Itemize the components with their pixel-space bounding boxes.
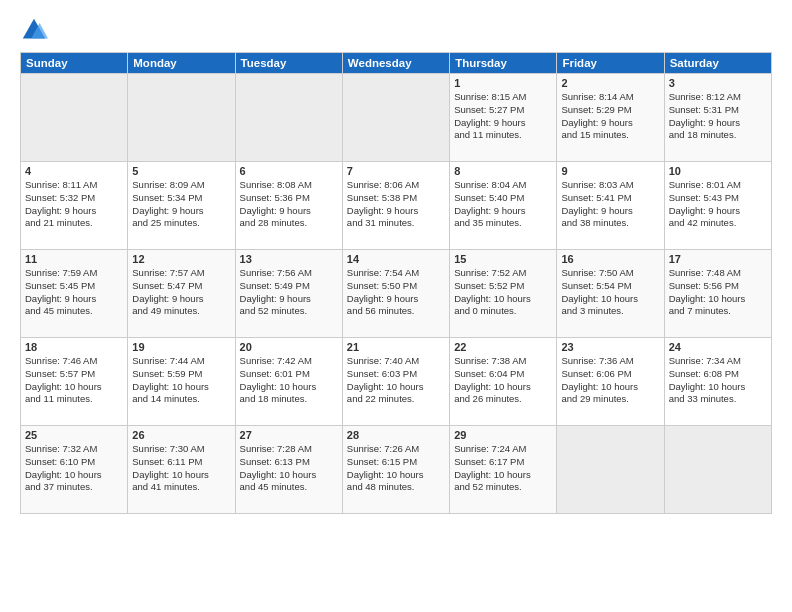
calendar-cell: 18Sunrise: 7:46 AM Sunset: 5:57 PM Dayli… bbox=[21, 338, 128, 426]
day-number: 1 bbox=[454, 77, 552, 89]
day-info: Sunrise: 8:04 AM Sunset: 5:40 PM Dayligh… bbox=[454, 179, 552, 230]
calendar-cell: 10Sunrise: 8:01 AM Sunset: 5:43 PM Dayli… bbox=[664, 162, 771, 250]
calendar-cell: 24Sunrise: 7:34 AM Sunset: 6:08 PM Dayli… bbox=[664, 338, 771, 426]
calendar-week-row: 4Sunrise: 8:11 AM Sunset: 5:32 PM Daylig… bbox=[21, 162, 772, 250]
logo-icon bbox=[20, 16, 48, 44]
day-info: Sunrise: 7:46 AM Sunset: 5:57 PM Dayligh… bbox=[25, 355, 123, 406]
calendar-cell: 17Sunrise: 7:48 AM Sunset: 5:56 PM Dayli… bbox=[664, 250, 771, 338]
day-info: Sunrise: 7:42 AM Sunset: 6:01 PM Dayligh… bbox=[240, 355, 338, 406]
calendar-cell: 16Sunrise: 7:50 AM Sunset: 5:54 PM Dayli… bbox=[557, 250, 664, 338]
col-header-saturday: Saturday bbox=[664, 53, 771, 74]
day-info: Sunrise: 8:09 AM Sunset: 5:34 PM Dayligh… bbox=[132, 179, 230, 230]
calendar-cell bbox=[664, 426, 771, 514]
calendar-cell: 22Sunrise: 7:38 AM Sunset: 6:04 PM Dayli… bbox=[450, 338, 557, 426]
col-header-friday: Friday bbox=[557, 53, 664, 74]
day-info: Sunrise: 7:38 AM Sunset: 6:04 PM Dayligh… bbox=[454, 355, 552, 406]
day-info: Sunrise: 8:08 AM Sunset: 5:36 PM Dayligh… bbox=[240, 179, 338, 230]
day-number: 17 bbox=[669, 253, 767, 265]
day-number: 25 bbox=[25, 429, 123, 441]
calendar-cell: 9Sunrise: 8:03 AM Sunset: 5:41 PM Daylig… bbox=[557, 162, 664, 250]
day-number: 16 bbox=[561, 253, 659, 265]
calendar-cell bbox=[342, 74, 449, 162]
col-header-tuesday: Tuesday bbox=[235, 53, 342, 74]
header bbox=[20, 16, 772, 44]
calendar-cell: 23Sunrise: 7:36 AM Sunset: 6:06 PM Dayli… bbox=[557, 338, 664, 426]
calendar-cell: 27Sunrise: 7:28 AM Sunset: 6:13 PM Dayli… bbox=[235, 426, 342, 514]
day-info: Sunrise: 8:15 AM Sunset: 5:27 PM Dayligh… bbox=[454, 91, 552, 142]
col-header-monday: Monday bbox=[128, 53, 235, 74]
day-number: 14 bbox=[347, 253, 445, 265]
calendar-cell bbox=[21, 74, 128, 162]
day-info: Sunrise: 7:40 AM Sunset: 6:03 PM Dayligh… bbox=[347, 355, 445, 406]
day-number: 27 bbox=[240, 429, 338, 441]
day-info: Sunrise: 8:03 AM Sunset: 5:41 PM Dayligh… bbox=[561, 179, 659, 230]
day-info: Sunrise: 7:54 AM Sunset: 5:50 PM Dayligh… bbox=[347, 267, 445, 318]
day-info: Sunrise: 7:52 AM Sunset: 5:52 PM Dayligh… bbox=[454, 267, 552, 318]
day-info: Sunrise: 8:14 AM Sunset: 5:29 PM Dayligh… bbox=[561, 91, 659, 142]
calendar-week-row: 11Sunrise: 7:59 AM Sunset: 5:45 PM Dayli… bbox=[21, 250, 772, 338]
day-number: 6 bbox=[240, 165, 338, 177]
calendar-cell: 21Sunrise: 7:40 AM Sunset: 6:03 PM Dayli… bbox=[342, 338, 449, 426]
calendar-cell: 29Sunrise: 7:24 AM Sunset: 6:17 PM Dayli… bbox=[450, 426, 557, 514]
day-info: Sunrise: 7:28 AM Sunset: 6:13 PM Dayligh… bbox=[240, 443, 338, 494]
day-number: 22 bbox=[454, 341, 552, 353]
page: SundayMondayTuesdayWednesdayThursdayFrid… bbox=[0, 0, 792, 524]
calendar-cell: 20Sunrise: 7:42 AM Sunset: 6:01 PM Dayli… bbox=[235, 338, 342, 426]
day-info: Sunrise: 7:56 AM Sunset: 5:49 PM Dayligh… bbox=[240, 267, 338, 318]
day-number: 12 bbox=[132, 253, 230, 265]
day-info: Sunrise: 8:06 AM Sunset: 5:38 PM Dayligh… bbox=[347, 179, 445, 230]
calendar-cell: 26Sunrise: 7:30 AM Sunset: 6:11 PM Dayli… bbox=[128, 426, 235, 514]
day-info: Sunrise: 7:48 AM Sunset: 5:56 PM Dayligh… bbox=[669, 267, 767, 318]
day-info: Sunrise: 8:01 AM Sunset: 5:43 PM Dayligh… bbox=[669, 179, 767, 230]
day-number: 9 bbox=[561, 165, 659, 177]
calendar-cell: 28Sunrise: 7:26 AM Sunset: 6:15 PM Dayli… bbox=[342, 426, 449, 514]
day-number: 7 bbox=[347, 165, 445, 177]
calendar-header-row: SundayMondayTuesdayWednesdayThursdayFrid… bbox=[21, 53, 772, 74]
day-info: Sunrise: 7:57 AM Sunset: 5:47 PM Dayligh… bbox=[132, 267, 230, 318]
day-number: 3 bbox=[669, 77, 767, 89]
day-number: 2 bbox=[561, 77, 659, 89]
calendar-cell bbox=[128, 74, 235, 162]
calendar-cell: 1Sunrise: 8:15 AM Sunset: 5:27 PM Daylig… bbox=[450, 74, 557, 162]
calendar-cell: 8Sunrise: 8:04 AM Sunset: 5:40 PM Daylig… bbox=[450, 162, 557, 250]
calendar-cell: 4Sunrise: 8:11 AM Sunset: 5:32 PM Daylig… bbox=[21, 162, 128, 250]
day-info: Sunrise: 7:50 AM Sunset: 5:54 PM Dayligh… bbox=[561, 267, 659, 318]
calendar-week-row: 1Sunrise: 8:15 AM Sunset: 5:27 PM Daylig… bbox=[21, 74, 772, 162]
calendar-cell: 3Sunrise: 8:12 AM Sunset: 5:31 PM Daylig… bbox=[664, 74, 771, 162]
day-info: Sunrise: 7:30 AM Sunset: 6:11 PM Dayligh… bbox=[132, 443, 230, 494]
day-info: Sunrise: 7:36 AM Sunset: 6:06 PM Dayligh… bbox=[561, 355, 659, 406]
calendar-week-row: 25Sunrise: 7:32 AM Sunset: 6:10 PM Dayli… bbox=[21, 426, 772, 514]
day-number: 28 bbox=[347, 429, 445, 441]
calendar-cell: 11Sunrise: 7:59 AM Sunset: 5:45 PM Dayli… bbox=[21, 250, 128, 338]
calendar-cell: 6Sunrise: 8:08 AM Sunset: 5:36 PM Daylig… bbox=[235, 162, 342, 250]
calendar-cell: 19Sunrise: 7:44 AM Sunset: 5:59 PM Dayli… bbox=[128, 338, 235, 426]
day-number: 10 bbox=[669, 165, 767, 177]
day-info: Sunrise: 8:11 AM Sunset: 5:32 PM Dayligh… bbox=[25, 179, 123, 230]
day-number: 8 bbox=[454, 165, 552, 177]
day-number: 18 bbox=[25, 341, 123, 353]
calendar-cell: 7Sunrise: 8:06 AM Sunset: 5:38 PM Daylig… bbox=[342, 162, 449, 250]
calendar-cell: 12Sunrise: 7:57 AM Sunset: 5:47 PM Dayli… bbox=[128, 250, 235, 338]
day-number: 5 bbox=[132, 165, 230, 177]
day-number: 19 bbox=[132, 341, 230, 353]
day-number: 24 bbox=[669, 341, 767, 353]
day-info: Sunrise: 7:59 AM Sunset: 5:45 PM Dayligh… bbox=[25, 267, 123, 318]
calendar-cell: 25Sunrise: 7:32 AM Sunset: 6:10 PM Dayli… bbox=[21, 426, 128, 514]
day-number: 20 bbox=[240, 341, 338, 353]
calendar-cell: 2Sunrise: 8:14 AM Sunset: 5:29 PM Daylig… bbox=[557, 74, 664, 162]
day-number: 21 bbox=[347, 341, 445, 353]
day-info: Sunrise: 7:34 AM Sunset: 6:08 PM Dayligh… bbox=[669, 355, 767, 406]
col-header-thursday: Thursday bbox=[450, 53, 557, 74]
day-number: 23 bbox=[561, 341, 659, 353]
calendar-cell: 14Sunrise: 7:54 AM Sunset: 5:50 PM Dayli… bbox=[342, 250, 449, 338]
day-info: Sunrise: 7:32 AM Sunset: 6:10 PM Dayligh… bbox=[25, 443, 123, 494]
calendar-cell bbox=[235, 74, 342, 162]
logo bbox=[20, 16, 52, 44]
day-info: Sunrise: 7:24 AM Sunset: 6:17 PM Dayligh… bbox=[454, 443, 552, 494]
day-number: 4 bbox=[25, 165, 123, 177]
calendar-cell: 5Sunrise: 8:09 AM Sunset: 5:34 PM Daylig… bbox=[128, 162, 235, 250]
day-info: Sunrise: 7:26 AM Sunset: 6:15 PM Dayligh… bbox=[347, 443, 445, 494]
calendar-cell bbox=[557, 426, 664, 514]
col-header-wednesday: Wednesday bbox=[342, 53, 449, 74]
col-header-sunday: Sunday bbox=[21, 53, 128, 74]
